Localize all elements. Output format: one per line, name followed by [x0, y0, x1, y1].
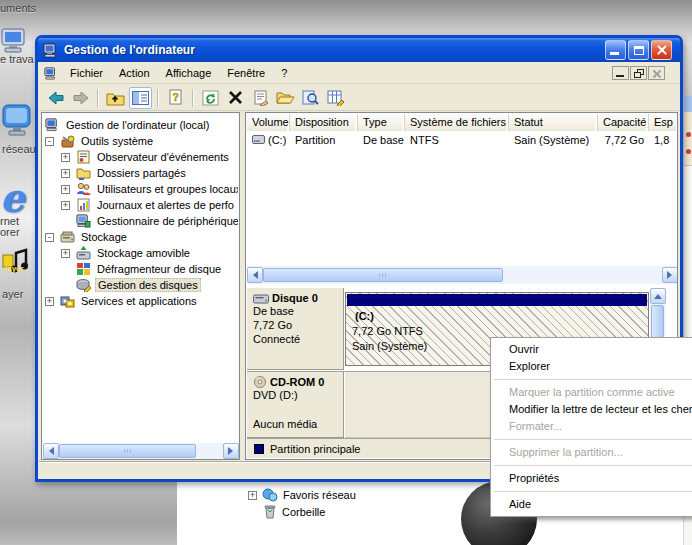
- expand-plus-icon[interactable]: +: [61, 249, 70, 258]
- tree-item-gestionnaire-peripheriques[interactable]: Gestionnaire de périphérique: [45, 213, 238, 229]
- properties-icon[interactable]: [249, 87, 272, 109]
- find-icon[interactable]: [299, 87, 322, 109]
- titlebar[interactable]: Gestion de l'ordinateur: [38, 38, 680, 62]
- list-horizontal-scrollbar[interactable]: [247, 266, 678, 284]
- fs-cell: NTFS: [405, 133, 509, 147]
- tree-item-computer-management[interactable]: Gestion de l'ordinateur (local): [45, 117, 238, 133]
- cdrom-media: Aucun média: [253, 417, 337, 431]
- scrollbar-thumb[interactable]: [59, 444, 196, 458]
- collapse-minus-icon[interactable]: -: [45, 233, 54, 242]
- refresh-icon[interactable]: [199, 87, 222, 109]
- expand-plus-icon[interactable]: +: [248, 491, 257, 500]
- maximize-button[interactable]: [628, 40, 649, 60]
- menu-item-supprimer-partition[interactable]: Supprimer la partition...: [491, 444, 692, 461]
- up-one-level-icon[interactable]: [104, 87, 127, 109]
- collapse-minus-icon[interactable]: -: [45, 137, 54, 146]
- espace-cell: 1,8: [649, 133, 678, 147]
- delete-icon[interactable]: [224, 87, 247, 109]
- cdrom-info-box[interactable]: CD-ROM 0 DVD (D:) Aucun média: [247, 372, 344, 438]
- tree-item-observateur-evenements[interactable]: + Observateur d'événements: [45, 149, 238, 165]
- explorer-item-label: Corbeille: [282, 506, 325, 518]
- disk0-size: 7,72 Go: [253, 318, 337, 332]
- scroll-up-arrow[interactable]: [650, 288, 666, 304]
- mdi-restore-button[interactable]: [630, 66, 647, 80]
- tree-horizontal-scrollbar[interactable]: [43, 443, 239, 459]
- explorer-item-corbeille[interactable]: Corbeille: [263, 504, 325, 519]
- network-places-icon[interactable]: [1, 103, 33, 139]
- open-folder-icon[interactable]: [274, 87, 297, 109]
- recycle-bin-icon: [263, 504, 277, 519]
- show-hide-console-tree-icon[interactable]: [129, 87, 152, 109]
- device-manager-icon: [76, 214, 91, 228]
- tree-item-gestion-des-disques[interactable]: Gestion des disques: [45, 277, 238, 293]
- disk0-info-box[interactable]: Disque 0 De base 7,72 Go Connecté: [247, 288, 344, 370]
- export-list-icon[interactable]: [324, 87, 347, 109]
- header-systeme-fichiers[interactable]: Système de fichiers: [405, 114, 509, 131]
- header-volume[interactable]: Volume: [247, 114, 290, 131]
- menu-fichier[interactable]: Fichier: [62, 65, 111, 81]
- expand-plus-icon[interactable]: +: [45, 297, 54, 306]
- header-type[interactable]: Type: [358, 114, 405, 131]
- scroll-right-arrow[interactable]: [223, 443, 239, 459]
- tree-item-journaux-alertes[interactable]: + Journaux et alertes de perfo: [45, 197, 238, 213]
- close-button[interactable]: [651, 40, 672, 60]
- header-capacite[interactable]: Capacité: [598, 114, 649, 131]
- expand-plus-icon[interactable]: +: [61, 169, 70, 178]
- header-disposition[interactable]: Disposition: [290, 114, 358, 131]
- explorer-item-label: Favoris réseau: [283, 489, 356, 501]
- tree-item-stockage-amovible[interactable]: + Stockage amovible: [45, 245, 238, 261]
- internet-explorer-icon[interactable]: e: [0, 175, 24, 220]
- menu-separator: [491, 375, 692, 384]
- forward-icon[interactable]: [69, 87, 92, 109]
- header-statut[interactable]: Statut: [509, 114, 598, 131]
- menu-item-modifier-lettre[interactable]: Modifier la lettre de lecteur et les che…: [491, 401, 692, 418]
- media-player-icon-text: layer: [5, 264, 24, 273]
- menu-affichage[interactable]: Affichage: [158, 65, 220, 81]
- tree-item-dossiers-partages[interactable]: + Dossiers partagés: [45, 165, 238, 181]
- menu-item-explorer[interactable]: Explorer: [491, 358, 692, 375]
- help-icon[interactable]: ?: [164, 87, 187, 109]
- header-espace[interactable]: Esp: [649, 114, 678, 131]
- shared-folders-icon: [76, 166, 91, 180]
- capacite-cell: 7,72 Go: [598, 133, 649, 147]
- toolbar: ?: [39, 85, 679, 111]
- menu-item-formater[interactable]: Formater...: [491, 418, 692, 435]
- tree-item-stockage[interactable]: - Stockage: [45, 229, 238, 245]
- volume-list-header: Volume Disposition Type Système de fichi…: [247, 114, 678, 131]
- tree-item-defragmenteur[interactable]: Défragmenteur de disque: [45, 261, 238, 277]
- menu-item-proprietes[interactable]: Propriétés: [491, 470, 692, 487]
- volume-icon: [252, 135, 265, 144]
- expand-plus-icon[interactable]: +: [61, 185, 70, 194]
- scroll-left-arrow[interactable]: [247, 267, 263, 283]
- disk-drive-icon: [253, 293, 269, 304]
- back-icon[interactable]: [44, 87, 67, 109]
- scroll-right-arrow[interactable]: [662, 267, 678, 283]
- media-player-icon[interactable]: layer: [2, 247, 30, 277]
- cdrom-type: DVD (D:): [253, 388, 337, 402]
- scroll-left-arrow[interactable]: [43, 443, 59, 459]
- menu-aide[interactable]: ?: [273, 65, 295, 81]
- explorer-item-favoris-reseau[interactable]: + Favoris réseau: [248, 488, 356, 502]
- tree-item-outils-systeme[interactable]: - Outils système: [45, 133, 238, 149]
- tree-item-services-applications[interactable]: + Services et applications: [45, 293, 238, 309]
- type-cell: De base: [358, 133, 405, 147]
- tree-item-utilisateurs-groupes[interactable]: + Utilisateurs et groupes locaux: [45, 181, 238, 197]
- minimize-button[interactable]: [605, 40, 626, 60]
- mdi-close-button[interactable]: [648, 66, 665, 80]
- window-icon: [43, 43, 59, 58]
- menu-item-aide[interactable]: Aide: [491, 496, 692, 513]
- menu-action[interactable]: Action: [111, 65, 158, 81]
- scrollbar-thumb[interactable]: [263, 268, 503, 282]
- menu-item-marquer-active[interactable]: Marquer la partition comme active: [491, 384, 692, 401]
- volume-row-c[interactable]: (C:) Partition De base NTFS Sain (Systèm…: [247, 131, 678, 148]
- partition-info: 7,72 Go NTFS: [352, 325, 423, 337]
- menu-fenetre[interactable]: Fenêtre: [219, 65, 273, 81]
- red-dot-icon: [686, 149, 691, 154]
- toolbar-separator: [97, 89, 99, 107]
- disk0-status: Connecté: [253, 332, 337, 346]
- my-computer-icon[interactable]: [0, 28, 30, 54]
- expand-plus-icon[interactable]: +: [61, 201, 70, 210]
- expand-plus-icon[interactable]: +: [61, 153, 70, 162]
- menu-item-ouvrir[interactable]: Ouvrir: [491, 341, 692, 358]
- mdi-minimize-button[interactable]: [612, 66, 629, 80]
